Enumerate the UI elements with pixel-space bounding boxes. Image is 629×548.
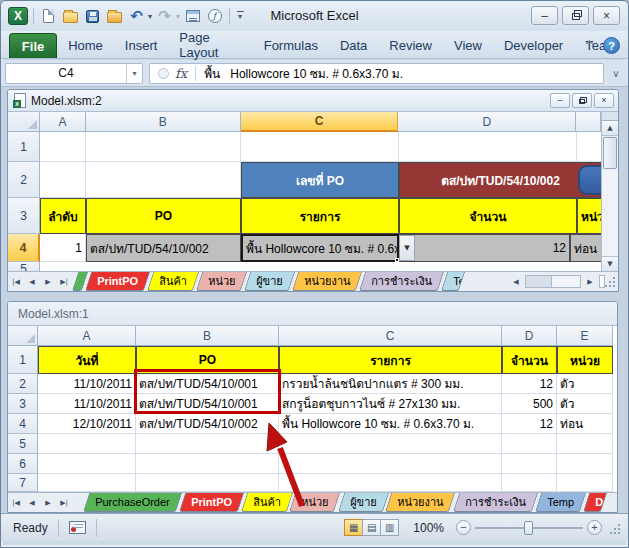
sheet-tab-d-partial[interactable]: D (582, 493, 606, 512)
function-button[interactable]: ƒ (205, 7, 224, 26)
col-header-D[interactable]: D (502, 326, 557, 346)
sheet-tab-payment[interactable]: การชำระเงิน (453, 493, 538, 512)
cell-C6[interactable] (279, 454, 502, 474)
row-header-3[interactable]: 3 (8, 394, 38, 414)
cell-B7[interactable] (136, 474, 279, 492)
cell-C3[interactable]: สกรูน็อตชุบกาวไนซ์ # 27x130 มม. (279, 394, 502, 414)
next-sheet-button[interactable]: ▶ (40, 493, 56, 512)
cell-D3-header[interactable]: จำนวน (399, 198, 577, 234)
undo-button[interactable]: ↶ (127, 7, 146, 26)
cell-E3-header-partial[interactable]: หน่วย (577, 198, 602, 234)
cell-E7[interactable] (557, 474, 613, 492)
cell-C1[interactable] (241, 132, 399, 162)
cell-C3-header[interactable]: รายการ (241, 198, 399, 234)
tab-scrollbar-thumb[interactable] (526, 276, 552, 287)
sheet-tab-temp-partial[interactable]: Temp (441, 272, 465, 291)
cell-D5[interactable] (502, 434, 557, 454)
cell-A1[interactable] (40, 132, 86, 162)
tab-formulas[interactable]: Formulas (253, 32, 329, 58)
page-break-view-button[interactable]: ▥ (380, 519, 399, 536)
row-header-7[interactable]: 7 (8, 474, 38, 492)
cell-E4-partial[interactable]: ท่อน (570, 234, 602, 262)
sheet-tab-products[interactable]: สินค้า (147, 272, 199, 291)
first-sheet-button[interactable]: |◀ (8, 493, 24, 512)
expand-formula-bar-icon[interactable]: ∨ (608, 63, 624, 84)
close-button[interactable]: × (593, 6, 620, 25)
tab-data[interactable]: Data (329, 32, 378, 58)
first-sheet-button[interactable]: |◀ (8, 272, 24, 291)
excel-logo-icon[interactable]: X (8, 7, 28, 25)
cell-E2[interactable]: ตัว (557, 374, 613, 394)
formula-content[interactable]: พื้น Hollowcore 10 ซม. # 0.6x3.70 ม. (204, 64, 403, 83)
row-header-3[interactable]: 3 (8, 198, 40, 234)
tab-scroll-right[interactable]: ▶ (582, 278, 598, 286)
cell-A4[interactable]: 12/10/2011 (38, 414, 136, 434)
cell-D4[interactable]: 12 (502, 414, 557, 434)
row-header-5[interactable]: 5 (8, 434, 38, 454)
new-window-button[interactable] (183, 7, 202, 26)
select-all-corner[interactable] (8, 112, 40, 132)
prev-sheet-button[interactable]: ◀ (24, 272, 40, 291)
col-header-C[interactable]: C (279, 326, 502, 346)
col-header-A[interactable]: A (38, 326, 136, 346)
row-header-1[interactable]: 1 (8, 346, 38, 374)
tab-view[interactable]: View (443, 32, 493, 58)
cell-B6[interactable] (136, 454, 279, 474)
fx-icon[interactable]: fx (175, 66, 187, 81)
tab-split-handle[interactable] (599, 275, 605, 288)
minimize-button[interactable]: – (550, 93, 570, 108)
tab-insert[interactable]: Insert (114, 32, 169, 58)
row-header-2[interactable]: 2 (8, 374, 38, 394)
cell-B5[interactable] (136, 434, 279, 454)
zoom-slider-track[interactable] (475, 527, 583, 529)
cell-C4[interactable]: พื้น Hollowcore 10 ซม. # 0.6x3.70 ม. (279, 414, 502, 434)
zoom-level[interactable]: 100% (413, 521, 444, 535)
col-header-B[interactable]: B (86, 112, 241, 132)
cell-A1-date-header[interactable]: วันที่ (38, 346, 136, 374)
minimize-ribbon-icon[interactable]: ^ (584, 38, 595, 53)
cell-C5[interactable] (279, 434, 502, 454)
save-button[interactable] (83, 7, 102, 26)
cell-A4[interactable]: 1 (40, 234, 86, 262)
cell-A3[interactable]: 11/10/2011 (38, 394, 136, 414)
vertical-scrollbar[interactable]: ▲ ▼ (601, 112, 618, 271)
help-button[interactable]: ? (603, 37, 620, 54)
undo-dropdown[interactable]: ▾ (148, 12, 152, 21)
scroll-down-button[interactable]: ▼ (602, 256, 618, 271)
sheet-tab-departments[interactable]: หน่วยงาน (385, 493, 456, 512)
sheet-tab-payment[interactable]: การชำระเงิน (359, 272, 444, 291)
zoom-slider-thumb[interactable] (524, 521, 533, 535)
scrollbar-track[interactable] (602, 170, 618, 256)
sheet-tab-vendors[interactable]: ผู้ขาย (338, 493, 389, 512)
cell-A2[interactable]: 11/10/2011 (38, 374, 136, 394)
cell-B3[interactable]: ตส/ปท/TUD/54/10/001 (136, 394, 279, 414)
cell-E6[interactable] (557, 454, 613, 474)
open-button[interactable] (61, 7, 80, 26)
cell-A6[interactable] (38, 454, 136, 474)
scrollbar-thumb[interactable] (603, 137, 617, 169)
row-header-6[interactable]: 6 (8, 454, 38, 474)
cell-D7[interactable] (502, 474, 557, 492)
cell-B2[interactable] (86, 162, 241, 198)
page-layout-view-button[interactable]: ▤ (362, 519, 381, 536)
tab-scroll-left[interactable]: ◀ (508, 278, 524, 286)
split-handle[interactable] (602, 112, 618, 121)
cell-C1-item-header[interactable]: รายการ (279, 346, 502, 374)
zoom-out-button[interactable]: − (456, 520, 471, 535)
tab-file[interactable]: File (9, 33, 57, 58)
sheet-tab-vendors[interactable]: ผู้ขาย (244, 272, 295, 291)
cell-D1-qty-header[interactable]: จำนวน (502, 346, 557, 374)
resize-grip[interactable] (606, 275, 616, 288)
close-file-button[interactable] (105, 7, 124, 26)
cell-B3-header[interactable]: PO (86, 198, 241, 234)
row-header-1[interactable]: 1 (8, 132, 40, 162)
sheet-tab-units[interactable]: หน่วย (196, 272, 248, 291)
sheet-tab-products[interactable]: สินค้า (240, 493, 292, 512)
tab-page-layout[interactable]: Page Layout (168, 32, 252, 58)
col-header-C-selected[interactable]: C (241, 112, 399, 132)
sheet-tab-temp[interactable]: Temp (535, 493, 586, 512)
name-box[interactable]: C4 ▾ (5, 63, 143, 84)
cell-A5[interactable] (38, 434, 136, 454)
last-sheet-button[interactable]: ▶| (56, 493, 72, 512)
cell-E4[interactable]: ท่อน (557, 414, 613, 434)
